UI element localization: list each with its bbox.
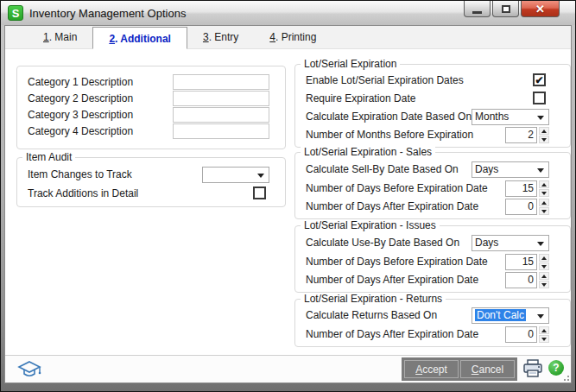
category-4-input[interactable] [173, 123, 269, 139]
tab-entry[interactable]: 3. Entry [187, 26, 254, 48]
tab-main[interactable]: 1. Main [28, 26, 92, 48]
track-additions-in-detail-label: Track Additions in Detail [28, 186, 138, 202]
category-3-input[interactable] [173, 107, 269, 123]
minimize-icon [472, 11, 482, 14]
expiration-sales-title: Lot/Serial Expiration - Sales [301, 146, 435, 158]
months-before-expiration-label: Number of Months Before Expiration [306, 127, 473, 143]
cancel-button[interactable]: Cancel [460, 360, 515, 378]
category-1-input[interactable] [173, 74, 269, 90]
calc-expiration-based-on-dropdown[interactable]: Months [472, 109, 549, 125]
category-2-label: Category 2 Description [28, 91, 133, 107]
issues-days-after-label: Number of Days After Expiration Date [306, 272, 478, 288]
spin-up-icon[interactable] [539, 199, 549, 206]
resize-grip[interactable] [560, 372, 569, 381]
item-changes-to-track-label: Item Changes to Track [28, 167, 132, 183]
tab-panel-additional: Category 1 Description Category 2 Descri… [5, 49, 571, 355]
item-changes-to-track-dropdown[interactable] [202, 167, 269, 183]
spin-up-icon[interactable] [539, 326, 549, 334]
expiration-returns-title: Lot/Serial Expiration - Returns [301, 293, 446, 305]
categories-group: Category 1 Description Category 2 Descri… [16, 66, 286, 149]
category-2-input[interactable] [173, 91, 269, 106]
chevron-down-icon [257, 174, 264, 178]
calc-returns-label: Calculate Returns Based On [306, 307, 437, 324]
chevron-down-icon [537, 168, 544, 173]
spin-down-icon[interactable] [539, 281, 549, 288]
issues-days-before-spinner: 15 [505, 254, 549, 270]
sales-days-before-spinner: 15 [505, 180, 549, 197]
sales-days-after-value[interactable]: 0 [505, 199, 537, 215]
returns-days-after-spinner: 0 [505, 326, 549, 343]
window-title: Inventory Management Options [29, 7, 186, 20]
accept-button[interactable]: Accept [404, 360, 459, 378]
issues-days-before-value[interactable]: 15 [505, 254, 537, 270]
action-button-block: Accept Cancel [402, 357, 517, 381]
tab-printing[interactable]: 4. Printing [254, 26, 332, 48]
issues-days-after-spinner: 0 [505, 272, 549, 288]
returns-days-after-value[interactable]: 0 [505, 326, 537, 343]
spin-down-icon[interactable] [539, 136, 549, 143]
calc-expiration-based-on-label: Calculate Expiration Date Based On [306, 109, 472, 125]
dialog-client-area: 1. Main 2. Additional 3. Entry 4. Printi… [4, 25, 572, 383]
calc-use-by-label: Calculate Use-By Date Based On [306, 235, 459, 251]
spin-up-icon[interactable] [539, 254, 549, 262]
sales-days-before-value[interactable]: 15 [505, 180, 537, 197]
issues-days-after-value[interactable]: 0 [505, 272, 537, 288]
sales-days-after-label: Number of Days After Expiration Date [306, 199, 478, 215]
maximize-icon [502, 5, 510, 13]
printer-icon[interactable] [522, 359, 543, 378]
expiration-returns-group: Lot/Serial Expiration - Returns Calculat… [294, 299, 571, 347]
months-before-expiration-value[interactable]: 2 [505, 127, 537, 143]
item-audit-title: Item Audit [22, 151, 75, 163]
calc-sell-by-label: Calculate Sell-By Date Based On [306, 161, 459, 178]
require-expiration-date-checkbox[interactable] [533, 92, 546, 104]
chevron-down-icon [537, 314, 544, 319]
graduation-cap-icon[interactable] [17, 359, 41, 380]
issues-days-before-label: Number of Days Before Expiration Date [306, 254, 488, 270]
sales-days-after-spinner: 0 [505, 199, 549, 215]
spin-up-icon[interactable] [539, 180, 549, 188]
require-expiration-date-label: Require Expiration Date [306, 91, 415, 107]
expiration-issues-group: Lot/Serial Expiration - Issues Calculate… [294, 225, 571, 293]
inventory-management-options-dialog: S Inventory Management Options ✕ 1. Main… [0, 0, 576, 392]
tab-bar: 1. Main 2. Additional 3. Entry 4. Printi… [5, 26, 571, 49]
calc-returns-dropdown[interactable]: Don't Calc [472, 307, 549, 324]
chevron-down-icon [537, 116, 544, 120]
track-additions-in-detail-checkbox[interactable] [253, 187, 266, 199]
sales-days-before-label: Number of Days Before Expiration Date [306, 180, 488, 197]
spin-down-icon[interactable] [539, 335, 549, 343]
item-audit-group: Item Audit Item Changes to Track Track A… [16, 157, 286, 207]
spin-down-icon[interactable] [539, 262, 549, 270]
close-icon: ✕ [535, 3, 545, 15]
chevron-down-icon [537, 242, 544, 246]
spin-down-icon[interactable] [539, 207, 549, 215]
lot-serial-expiration-group: Lot/Serial Expiration Enable Lot/Serial … [294, 64, 571, 148]
lot-serial-expiration-title: Lot/Serial Expiration [301, 58, 400, 70]
spin-down-icon[interactable] [539, 189, 549, 197]
category-4-label: Category 4 Description [28, 123, 133, 140]
calc-use-by-dropdown[interactable]: Days [472, 235, 549, 251]
tab-additional[interactable]: 2. Additional [92, 27, 187, 49]
spin-up-icon[interactable] [539, 127, 549, 135]
footer-bar: Accept Cancel ? [5, 355, 571, 383]
enable-expiration-dates-label: Enable Lot/Serial Expiration Dates [306, 73, 464, 89]
expiration-issues-title: Lot/Serial Expiration - Issues [301, 219, 440, 231]
category-3-label: Category 3 Description [28, 107, 133, 123]
expiration-sales-group: Lot/Serial Expiration - Sales Calculate … [294, 152, 571, 219]
maximize-button[interactable] [492, 1, 519, 17]
enable-expiration-dates-checkbox[interactable]: ✔ [533, 73, 546, 86]
calc-sell-by-dropdown[interactable]: Days [472, 161, 549, 178]
category-1-label: Category 1 Description [28, 74, 133, 91]
minimize-button[interactable] [464, 1, 491, 17]
window-controls: ✕ [462, 1, 560, 17]
close-button[interactable]: ✕ [521, 1, 560, 17]
returns-days-after-label: Number of Days After Expiration Date [306, 326, 478, 343]
sage-app-icon: S [8, 5, 23, 21]
spin-up-icon[interactable] [539, 272, 549, 280]
months-before-expiration-spinner: 2 [505, 127, 549, 143]
